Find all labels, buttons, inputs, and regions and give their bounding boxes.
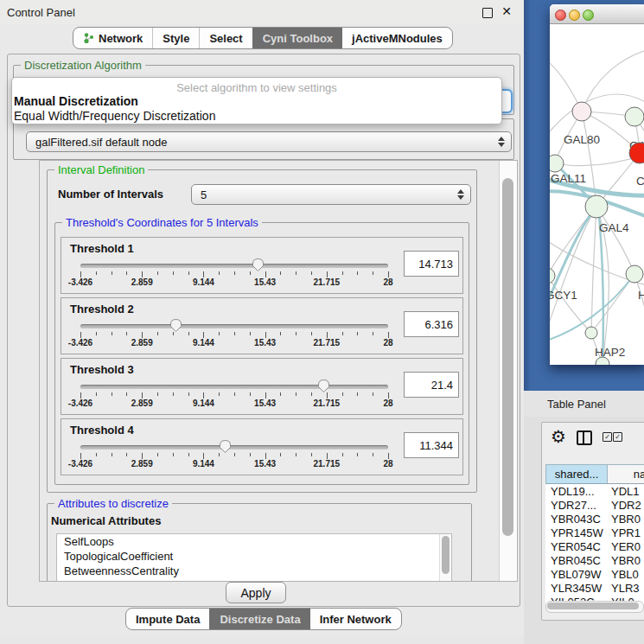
column-header-shared[interactable]: shared...: [546, 465, 608, 483]
number-of-intervals-label: Number of Intervals: [58, 188, 163, 201]
table-row[interactable]: YDL19...YDL1: [545, 484, 644, 498]
tick-label: 21.715: [314, 277, 341, 287]
network-node[interactable]: [585, 327, 597, 339]
zoom-traffic-light-icon[interactable]: [583, 10, 594, 21]
threshold-value-field[interactable]: 14.713: [404, 251, 459, 277]
attributes-list[interactable]: SelfLoopsTopologicalCoefficientBetweenne…: [56, 533, 452, 582]
cell-name[interactable]: YBL0: [606, 567, 644, 581]
tab-jactivemnodules[interactable]: jActiveMNodules: [342, 28, 452, 48]
table-header-row: shared... na: [545, 464, 644, 484]
threshold-slider[interactable]: [80, 385, 388, 389]
cell-shared-name[interactable]: YBR043C: [545, 512, 606, 526]
table-row[interactable]: YBL079WYBL0: [545, 567, 644, 581]
tab-infer-network[interactable]: Infer Network: [310, 609, 401, 629]
cell-shared-name[interactable]: YPR145W: [545, 526, 606, 539]
apply-button[interactable]: Apply: [226, 582, 286, 603]
network-node[interactable]: [572, 102, 591, 121]
table-row[interactable]: YPR145WYPR1: [545, 526, 644, 539]
cell-name[interactable]: YPR1: [606, 526, 644, 539]
tab-select[interactable]: Select: [199, 28, 252, 48]
network-node-label: GAL4: [599, 221, 629, 234]
cell-name[interactable]: YLR3: [606, 581, 644, 595]
table-row[interactable]: YBR045CYBR0: [545, 553, 644, 567]
attributes-list-scrollbar[interactable]: [439, 534, 451, 582]
cell-name[interactable]: YBR0: [606, 512, 644, 526]
threshold-value-field[interactable]: 21.4: [404, 372, 459, 398]
slider-tick-labels: -3.4262.8599.14415.4321.71528: [80, 338, 388, 348]
cell-shared-name[interactable]: YBR045C: [545, 553, 606, 567]
tab-impute-data[interactable]: Impute Data: [126, 609, 209, 629]
group-title: Attributes to discretize: [54, 497, 172, 510]
table-row[interactable]: YER054CYER0: [545, 539, 644, 553]
threshold-label: Threshold 2: [70, 303, 134, 316]
network-node[interactable]: [550, 268, 555, 284]
checkbox-icon[interactable]: ✓: [603, 432, 612, 442]
cell-shared-name[interactable]: YLR345W: [545, 581, 606, 595]
column-header-name[interactable]: na: [608, 465, 644, 483]
cell-shared-name[interactable]: YBL079W: [545, 567, 606, 581]
attribute-list-item[interactable]: TopologicalCoefficient: [57, 549, 451, 564]
cell-name[interactable]: YER0: [606, 539, 644, 553]
close-icon[interactable]: ✕: [501, 4, 512, 18]
tick-label: 15.43: [254, 338, 276, 348]
checkbox-icon[interactable]: ✓: [613, 432, 622, 442]
slider-thumb-icon[interactable]: [169, 318, 182, 333]
scrollbar-thumb[interactable]: [502, 178, 513, 536]
tab-network[interactable]: Network: [73, 28, 152, 48]
settings-scrollbar[interactable]: [499, 161, 517, 581]
threshold-slider[interactable]: [80, 264, 388, 268]
cell-shared-name[interactable]: YDR27...: [545, 498, 606, 512]
tick-label: 21.715: [314, 338, 341, 348]
threshold-slider[interactable]: [80, 445, 388, 450]
column-settings-icon[interactable]: [577, 430, 592, 445]
attribute-list-item[interactable]: SelfLoops: [57, 534, 451, 549]
number-of-intervals-combo[interactable]: 5: [191, 184, 471, 205]
interval-definition-group: Interval Definition Number of Intervals …: [47, 169, 477, 493]
network-icon: [83, 32, 94, 44]
node-attribute-table[interactable]: shared... na YDL19...YDL1YDR27...YDR2YBR…: [545, 464, 644, 609]
tick-label: 9.144: [193, 459, 214, 469]
tab-discretize-data[interactable]: Discretize Data: [209, 609, 309, 629]
table-row[interactable]: YLR345WYLR3: [545, 581, 644, 595]
threshold-value-field[interactable]: 6.316: [404, 311, 459, 337]
network-node[interactable]: [626, 265, 643, 283]
network-edge[interactable]: [582, 48, 644, 112]
slider-ticks: [80, 453, 388, 459]
gear-icon[interactable]: ⚙: [551, 426, 566, 447]
close-traffic-light-icon[interactable]: [555, 10, 566, 21]
screen: { "control_panel": { "title": "Control P…: [0, 0, 644, 644]
network-node[interactable]: [625, 107, 644, 126]
number-of-intervals-value: 5: [201, 188, 207, 201]
table-data-combo[interactable]: galFiltered.sif default node: [26, 131, 512, 152]
tab-label: jActiveMNodules: [352, 32, 443, 45]
dropdown-item-manual-discretization[interactable]: Manual Discretization: [14, 94, 138, 108]
tab-style[interactable]: Style: [152, 28, 199, 48]
table-data-group: Table Data galFiltered.sif default node: [13, 118, 514, 160]
cell-name[interactable]: YBR0: [606, 553, 644, 567]
minimize-traffic-light-icon[interactable]: [569, 10, 580, 21]
dropdown-prompt: Select algorithm to view settings: [12, 81, 501, 94]
slider-thumb-icon[interactable]: [219, 439, 232, 454]
slider-thumb-icon[interactable]: [252, 258, 265, 272]
network-node[interactable]: [550, 155, 564, 172]
float-window-icon[interactable]: [482, 8, 493, 18]
table-row[interactable]: YDR27...YDR2: [545, 498, 644, 512]
settings-scroll-viewport: Interval Definition Number of Intervals …: [39, 160, 518, 582]
cell-shared-name[interactable]: YER054C: [545, 539, 606, 553]
table-data-combo-value: galFiltered.sif default node: [35, 136, 167, 149]
threshold-panel: Threshold 1-3.4262.8599.14415.4321.71528…: [61, 237, 463, 294]
attribute-list-item[interactable]: BetweennessCentrality: [57, 564, 451, 578]
network-node[interactable]: [585, 195, 608, 218]
cell-shared-name[interactable]: YDL19...: [545, 484, 606, 498]
cell-name[interactable]: YDR2: [606, 498, 644, 512]
table-row[interactable]: YBR043CYBR0: [545, 512, 644, 526]
threshold-value-field[interactable]: 11.344: [404, 432, 459, 458]
network-graph-canvas[interactable]: GAL80GACGAL11GAL4GCY1HHAP2: [550, 24, 644, 365]
threshold-slider[interactable]: [80, 324, 388, 328]
dropdown-item-equal-width[interactable]: Equal Width/Frequency Discretization: [14, 109, 215, 123]
cell-name[interactable]: YDL1: [606, 484, 644, 498]
slider-thumb-icon[interactable]: [317, 379, 330, 393]
bottom-tab-bar: Impute Data Discretize Data Infer Networ…: [125, 608, 402, 630]
tab-cyni-toolbox[interactable]: Cyni Toolbox: [252, 28, 342, 48]
table-horizontal-scrollbar[interactable]: [545, 601, 644, 613]
